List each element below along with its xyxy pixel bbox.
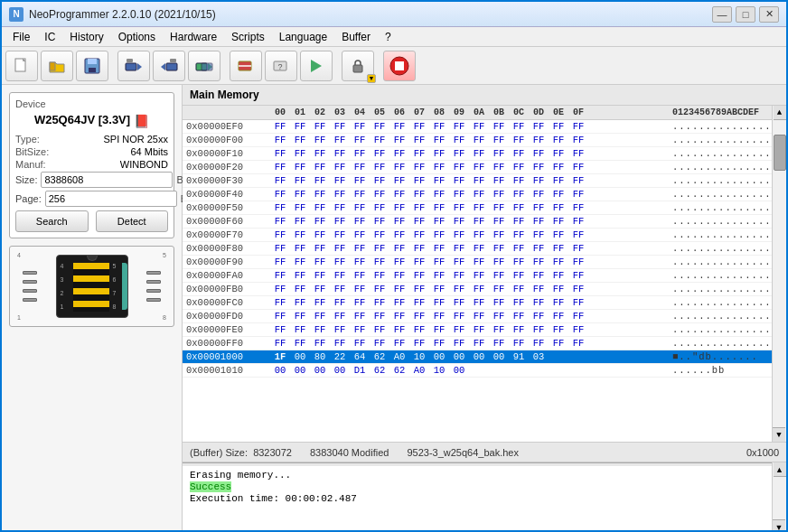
- hex-byte-16-2[interactable]: FF: [310, 338, 330, 349]
- hex-byte-16-4[interactable]: FF: [350, 338, 370, 349]
- hex-byte-12-1[interactable]: FF: [290, 284, 310, 294]
- hex-scrollbar[interactable]: ▲ ▼: [772, 106, 786, 442]
- hex-byte-6-11[interactable]: FF: [489, 202, 509, 213]
- hex-byte-13-15[interactable]: FF: [568, 297, 588, 308]
- hex-byte-8-15[interactable]: FF: [568, 229, 588, 240]
- hex-byte-17-5[interactable]: 62: [370, 351, 389, 362]
- hex-byte-2-8[interactable]: FF: [429, 148, 449, 159]
- hex-byte-1-11[interactable]: FF: [489, 135, 509, 145]
- hex-byte-15-2[interactable]: FF: [310, 324, 330, 335]
- hex-byte-8-11[interactable]: FF: [489, 229, 509, 240]
- hex-byte-7-0[interactable]: FF: [270, 216, 290, 227]
- hex-byte-4-2[interactable]: FF: [310, 175, 330, 186]
- hex-byte-16-5[interactable]: FF: [370, 338, 389, 349]
- hex-row-5[interactable]: 0x00000F40FFFFFFFFFFFFFFFFFFFFFFFFFFFFFF…: [183, 188, 786, 201]
- hex-byte-14-3[interactable]: FF: [330, 311, 350, 322]
- hex-byte-15-13[interactable]: FF: [529, 324, 549, 335]
- hex-byte-12-9[interactable]: FF: [449, 284, 469, 294]
- hex-byte-16-1[interactable]: FF: [290, 338, 310, 349]
- hex-byte-10-9[interactable]: FF: [449, 257, 469, 267]
- hex-byte-18-7[interactable]: A0: [409, 365, 429, 376]
- hex-byte-1-2[interactable]: FF: [310, 135, 330, 145]
- hex-byte-10-15[interactable]: FF: [568, 257, 588, 267]
- hex-byte-2-5[interactable]: FF: [370, 148, 389, 159]
- hex-byte-5-11[interactable]: FF: [489, 189, 509, 200]
- hex-byte-0-15[interactable]: FF: [568, 121, 588, 132]
- menu-language[interactable]: Language: [272, 29, 334, 45]
- hex-byte-15-8[interactable]: FF: [429, 324, 449, 335]
- hex-byte-15-11[interactable]: FF: [489, 324, 509, 335]
- hex-byte-12-6[interactable]: FF: [389, 284, 409, 294]
- hex-byte-17-1[interactable]: 00: [290, 351, 310, 362]
- hex-byte-17-13[interactable]: 03: [529, 351, 549, 362]
- stop-button[interactable]: [383, 51, 416, 81]
- hex-byte-2-1[interactable]: FF: [290, 148, 310, 159]
- hex-byte-16-10[interactable]: FF: [469, 338, 489, 349]
- hex-byte-1-14[interactable]: FF: [549, 135, 568, 145]
- hex-byte-7-3[interactable]: FF: [330, 216, 350, 227]
- hex-byte-5-1[interactable]: FF: [290, 189, 310, 200]
- hex-byte-4-11[interactable]: FF: [489, 175, 509, 186]
- hex-byte-4-1[interactable]: FF: [290, 175, 310, 186]
- hex-byte-17-8[interactable]: 00: [429, 351, 449, 362]
- hex-byte-5-2[interactable]: FF: [310, 189, 330, 200]
- hex-byte-10-14[interactable]: FF: [549, 257, 568, 267]
- hex-byte-7-2[interactable]: FF: [310, 216, 330, 227]
- hex-byte-17-0[interactable]: 1F: [270, 351, 290, 362]
- detect-button[interactable]: Detect: [96, 210, 169, 232]
- hex-byte-15-5[interactable]: FF: [370, 324, 389, 335]
- hex-row-10[interactable]: 0x00000F90FFFFFFFFFFFFFFFFFFFFFFFFFFFFFF…: [183, 256, 786, 269]
- hex-byte-4-10[interactable]: FF: [469, 175, 489, 186]
- hex-byte-10-5[interactable]: FF: [370, 257, 389, 267]
- size-input[interactable]: [41, 172, 173, 188]
- hex-byte-6-6[interactable]: FF: [389, 202, 409, 213]
- hex-byte-16-6[interactable]: FF: [389, 338, 409, 349]
- hex-byte-5-10[interactable]: FF: [469, 189, 489, 200]
- program-button[interactable]: [153, 51, 185, 81]
- hex-byte-7-7[interactable]: FF: [409, 216, 429, 227]
- hex-byte-13-11[interactable]: FF: [489, 297, 509, 308]
- hex-byte-14-12[interactable]: FF: [509, 311, 529, 322]
- hex-byte-3-0[interactable]: FF: [270, 162, 290, 173]
- hex-byte-15-9[interactable]: FF: [449, 324, 469, 335]
- hex-byte-4-0[interactable]: FF: [270, 175, 290, 186]
- hex-byte-3-3[interactable]: FF: [330, 162, 350, 173]
- hex-byte-13-4[interactable]: FF: [350, 297, 370, 308]
- hex-byte-0-11[interactable]: FF: [489, 121, 509, 132]
- hex-byte-3-2[interactable]: FF: [310, 162, 330, 173]
- hex-row-18[interactable]: 0x0000101000000000D16262A01000......bb: [183, 364, 786, 378]
- hex-byte-10-11[interactable]: FF: [489, 257, 509, 267]
- hex-byte-1-10[interactable]: FF: [469, 135, 489, 145]
- auto-program-button[interactable]: [300, 51, 333, 81]
- hex-row-1[interactable]: 0x00000F00FFFFFFFFFFFFFFFFFFFFFFFFFFFFFF…: [183, 134, 786, 147]
- hex-byte-14-6[interactable]: FF: [389, 311, 409, 322]
- log-scrollbar[interactable]: ▲ ▼: [772, 462, 786, 532]
- hex-byte-4-12[interactable]: FF: [509, 175, 529, 186]
- hex-byte-11-0[interactable]: FF: [270, 270, 290, 281]
- hex-row-3[interactable]: 0x00000F20FFFFFFFFFFFFFFFFFFFFFFFFFFFFFF…: [183, 161, 786, 174]
- hex-byte-8-13[interactable]: FF: [529, 229, 549, 240]
- hex-byte-8-12[interactable]: FF: [509, 229, 529, 240]
- hex-byte-9-0[interactable]: FF: [270, 243, 290, 254]
- hex-byte-12-5[interactable]: FF: [370, 284, 389, 294]
- hex-byte-15-10[interactable]: FF: [469, 324, 489, 335]
- hex-scrollbar-thumb[interactable]: [774, 135, 786, 171]
- hex-byte-8-4[interactable]: FF: [350, 229, 370, 240]
- hex-row-16[interactable]: 0x00000FF0FFFFFFFFFFFFFFFFFFFFFFFFFFFFFF…: [183, 337, 786, 350]
- search-button[interactable]: Search: [15, 210, 89, 232]
- hex-byte-2-3[interactable]: FF: [330, 148, 350, 159]
- hex-byte-3-6[interactable]: FF: [389, 162, 409, 173]
- hex-byte-10-10[interactable]: FF: [469, 257, 489, 267]
- hex-byte-0-0[interactable]: FF: [270, 121, 290, 132]
- hex-byte-16-7[interactable]: FF: [409, 338, 429, 349]
- hex-byte-13-7[interactable]: FF: [409, 297, 429, 308]
- hex-byte-9-14[interactable]: FF: [549, 243, 568, 254]
- hex-byte-5-5[interactable]: FF: [370, 189, 389, 200]
- hex-byte-7-8[interactable]: FF: [429, 216, 449, 227]
- hex-byte-15-12[interactable]: FF: [509, 324, 529, 335]
- hex-byte-4-8[interactable]: FF: [429, 175, 449, 186]
- hex-byte-5-6[interactable]: FF: [389, 189, 409, 200]
- menu-file[interactable]: File: [5, 29, 37, 45]
- hex-byte-7-11[interactable]: FF: [489, 216, 509, 227]
- hex-byte-17-2[interactable]: 80: [310, 351, 330, 362]
